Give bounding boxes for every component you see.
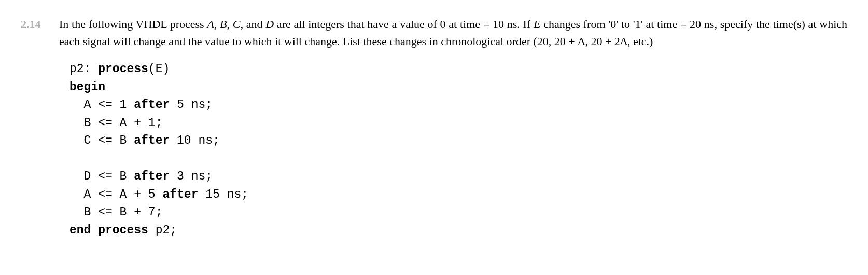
code-line-1: p2: process(E)	[69, 62, 170, 76]
code-line-7: A <= A + 5 after 15 ns;	[69, 188, 248, 201]
code-line-5: C <= B after 10 ns;	[69, 134, 220, 147]
code-text: 10 ns;	[170, 134, 220, 147]
code-line-4: B <= A + 1;	[69, 116, 162, 130]
code-text: p2:	[69, 62, 98, 76]
variable-A: A	[207, 18, 214, 31]
variable-C: C	[233, 18, 241, 31]
text-fragment: ,	[214, 18, 220, 31]
code-line-3: A <= 1 after 5 ns;	[69, 98, 213, 112]
problem-content: In the following VHDL process A, B, C, a…	[59, 16, 847, 239]
code-text: p2;	[148, 224, 177, 237]
variable-D: D	[265, 18, 274, 31]
keyword-begin: begin	[69, 80, 105, 94]
text-fragment: ,	[227, 18, 233, 31]
text-fragment: , and	[240, 18, 265, 31]
variable-E: E	[534, 18, 540, 31]
text-fragment: In the following VHDL process	[59, 18, 207, 31]
problem-statement: In the following VHDL process A, B, C, a…	[59, 16, 847, 50]
keyword-after: after	[134, 170, 170, 183]
code-text: A <= 1	[69, 98, 134, 112]
problem-number: 2.14	[21, 16, 49, 33]
code-line-6: D <= B after 3 ns;	[69, 170, 213, 183]
problem-container: 2.14 In the following VHDL process A, B,…	[21, 16, 847, 239]
code-text: A <= A + 5	[69, 188, 162, 201]
variable-B: B	[220, 18, 227, 31]
keyword-after: after	[162, 188, 198, 201]
code-text: (E)	[148, 62, 170, 76]
code-text: 5 ns;	[170, 98, 213, 112]
code-text: 3 ns;	[170, 170, 213, 183]
keyword-after: after	[134, 134, 170, 147]
keyword-process: process	[98, 62, 148, 76]
code-line-8: B <= B + 7;	[69, 205, 162, 219]
keyword-after: after	[134, 98, 170, 112]
code-line-9: end process p2;	[69, 224, 177, 237]
code-text: C <= B	[69, 134, 134, 147]
code-text: 15 ns;	[198, 188, 248, 201]
text-fragment: are all integers that have a value of 0 …	[274, 18, 534, 31]
vhdl-code-block: p2: process(E) begin A <= 1 after 5 ns; …	[69, 60, 847, 239]
keyword-end-process: end process	[69, 224, 148, 237]
code-text: D <= B	[69, 170, 134, 183]
